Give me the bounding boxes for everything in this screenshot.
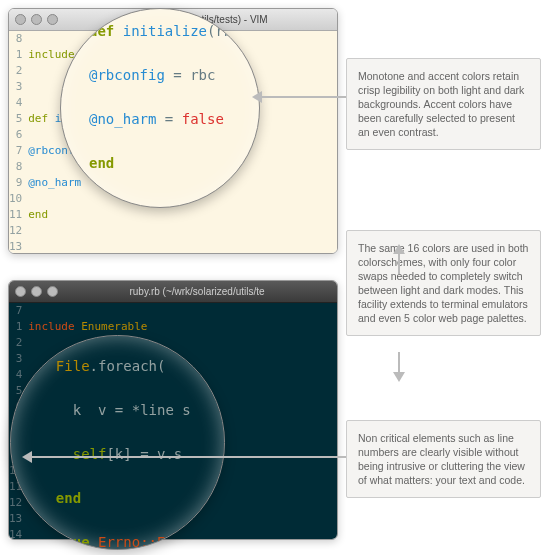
line-number-gutter: 8 1 2 3 4 5 6 7 8 9 10 11 12 13 [9, 31, 28, 253]
line-number: 5 [9, 111, 22, 127]
line-number: 3 [9, 351, 22, 367]
code-text: initialize [123, 23, 207, 39]
line-number: 4 [9, 95, 22, 111]
arrowhead-icon [22, 451, 32, 463]
code-text: def [28, 112, 55, 125]
annotation-note-1: Monotone and accent colors retain crisp … [346, 58, 541, 150]
code-text: @rbconfig [89, 67, 165, 83]
window-title: ruby.rb (~/wrk/solarized/utils/te [63, 286, 331, 297]
dark-zoom-lens: 1 2 3 4 5 6 def load_savef begin File.fo… [10, 335, 225, 550]
line-number: 13 [9, 239, 22, 254]
line-number: 9 [9, 175, 22, 191]
line-number: 8 [9, 31, 22, 47]
line-number: 1 [9, 319, 22, 335]
arrow-icon [258, 96, 346, 98]
code-text: = [156, 111, 181, 127]
code-text: @no_harm [28, 176, 81, 189]
arrowhead-icon [393, 244, 405, 254]
close-icon[interactable] [15, 286, 26, 297]
line-number: 7 [9, 143, 22, 159]
line-number: 11 [9, 207, 22, 223]
line-number: 12 [9, 223, 22, 239]
line-number: 12 [9, 495, 22, 511]
arrow-icon [398, 352, 400, 374]
close-icon[interactable] [15, 14, 26, 25]
line-number: 3 [9, 79, 22, 95]
code-text: end [56, 490, 81, 506]
code-text: Enumerable [81, 320, 147, 333]
annotation-note-3: Non critical elements such as line numbe… [346, 420, 541, 498]
minimize-icon[interactable] [31, 14, 42, 25]
lens-code: nclude Enumerab def initialize(rbc @rbco… [89, 8, 241, 208]
arrowhead-icon [252, 91, 262, 103]
line-number: 7 [9, 303, 22, 319]
code-text: false [182, 111, 224, 127]
code-text: end [28, 208, 48, 221]
line-number: 8 [9, 159, 22, 175]
code-text: = rbc [165, 67, 216, 83]
arrow-icon [30, 456, 346, 458]
arrowhead-icon [393, 372, 405, 382]
minimize-icon[interactable] [31, 286, 42, 297]
code-text: self [73, 446, 107, 462]
code-text: [k] = v.s [106, 446, 182, 462]
dark-titlebar[interactable]: ruby.rb (~/wrk/solarized/utils/te [9, 281, 337, 303]
lens-code: def load_savef begin File.foreach( k v =… [39, 335, 191, 550]
line-number: 1 [9, 47, 22, 63]
zoom-icon[interactable] [47, 286, 58, 297]
line-number: 13 [9, 511, 22, 527]
code-text: .foreach( [90, 358, 166, 374]
code-text: Errno::EN [98, 534, 174, 550]
light-zoom-lens: 5 4 3 2 nclude Enumerab def initialize(r… [60, 8, 260, 208]
annotation-note-2: The same 16 colors are used in both colo… [346, 230, 541, 336]
line-number: 4 [9, 367, 22, 383]
line-number: 2 [9, 63, 22, 79]
code-text: include [28, 320, 81, 333]
code-text: @no_harm [89, 111, 156, 127]
code-text: k v = *line s [73, 402, 191, 418]
arrow-icon [398, 252, 400, 274]
line-number: 6 [9, 127, 22, 143]
line-number: 14 [9, 527, 22, 540]
zoom-icon[interactable] [47, 14, 58, 25]
code-text: File [56, 358, 90, 374]
line-number: 10 [9, 191, 22, 207]
line-number: 2 [9, 335, 22, 351]
code-text: end [89, 155, 114, 171]
